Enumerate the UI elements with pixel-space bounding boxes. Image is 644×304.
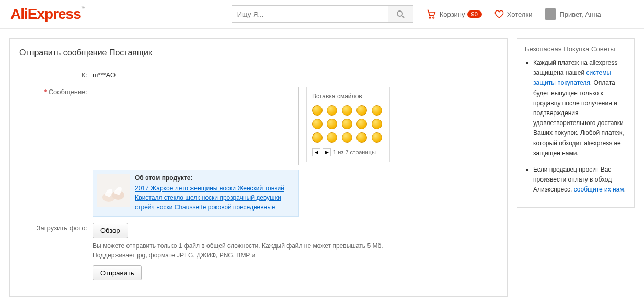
smiley-icon[interactable] [356, 132, 367, 143]
report-link[interactable]: сообщите их нам [574, 186, 624, 193]
product-box: Об этом продукте: 2017 Жаркое лето женщи… [93, 170, 299, 217]
safety-tips-panel: Безопасная Покупка Советы Каждый платеж … [517, 38, 635, 208]
pager-text: 1 из 7 страницы [333, 149, 376, 155]
product-image-icon [97, 174, 130, 207]
smiley-title: Вставка смайлов [312, 93, 384, 100]
search-button[interactable] [388, 5, 413, 23]
cart-badge: 90 [467, 10, 482, 18]
search-icon [396, 10, 405, 18]
product-thumbnail[interactable] [97, 174, 130, 207]
search-input[interactable] [232, 5, 388, 23]
svg-rect-4 [97, 174, 130, 207]
smiley-icon[interactable] [312, 132, 323, 143]
smiley-icon[interactable] [372, 105, 382, 116]
smiley-icon[interactable] [372, 132, 382, 143]
smiley-icon[interactable] [372, 119, 382, 129]
message-form-panel: Отправить сообщение Поставщик К: ш***АО … [9, 38, 508, 297]
avatar-icon [545, 8, 556, 20]
smiley-icon[interactable] [342, 132, 352, 143]
cart-link[interactable]: Корзину 90 [426, 9, 482, 19]
smiley-icon[interactable] [342, 119, 352, 129]
safety-tip: Если продавец просит Вас произвести опла… [533, 165, 627, 195]
to-value: ш***АО [93, 70, 498, 81]
message-label: *Сообщение: [19, 87, 93, 97]
product-link[interactable]: 2017 Жаркое лето женщины носки Женский т… [135, 185, 284, 211]
smiley-icon[interactable] [327, 132, 337, 143]
svg-line-1 [402, 16, 404, 18]
submit-button[interactable]: Отправить [93, 265, 142, 280]
logo[interactable]: AliExpress™ [10, 6, 85, 22]
wishlist-label: Хотелки [507, 10, 533, 18]
smiley-icon[interactable] [327, 119, 337, 129]
smiley-panel: Вставка смайлов [306, 87, 390, 162]
svg-point-0 [397, 11, 402, 16]
smiley-icon[interactable] [356, 105, 367, 116]
page-title: Отправить сообщение Поставщик [19, 48, 498, 58]
product-about-label: Об этом продукте: [135, 174, 294, 182]
smiley-icon[interactable] [312, 119, 323, 129]
upload-hint: Вы можете отправить только 1 файл в обще… [93, 241, 498, 260]
pager-prev-button[interactable]: ◀ [312, 148, 320, 156]
smiley-icon[interactable] [312, 105, 323, 116]
wishlist-link[interactable]: Хотелки [494, 9, 533, 19]
greeting-label: Привет, Анна [559, 10, 601, 18]
safety-tips-title: Безопасная Покупка Советы [525, 45, 627, 53]
smiley-icon[interactable] [356, 119, 367, 129]
smiley-icon[interactable] [342, 105, 352, 116]
svg-point-2 [429, 17, 431, 18]
browse-button[interactable]: Обзор [93, 223, 128, 238]
to-label: К: [19, 70, 93, 81]
account-link[interactable]: Привет, Анна [545, 8, 601, 20]
svg-point-3 [433, 17, 434, 18]
cart-icon [426, 9, 436, 19]
message-textarea[interactable] [93, 87, 299, 165]
heart-icon [494, 9, 504, 19]
safety-tip: Каждый платеж на aliexpress защищена наш… [533, 58, 627, 159]
upload-label: Загрузить фото: [19, 223, 93, 233]
smiley-icon[interactable] [327, 105, 337, 116]
pager-next-button[interactable]: ▶ [323, 148, 331, 156]
cart-label: Корзину [440, 10, 465, 18]
